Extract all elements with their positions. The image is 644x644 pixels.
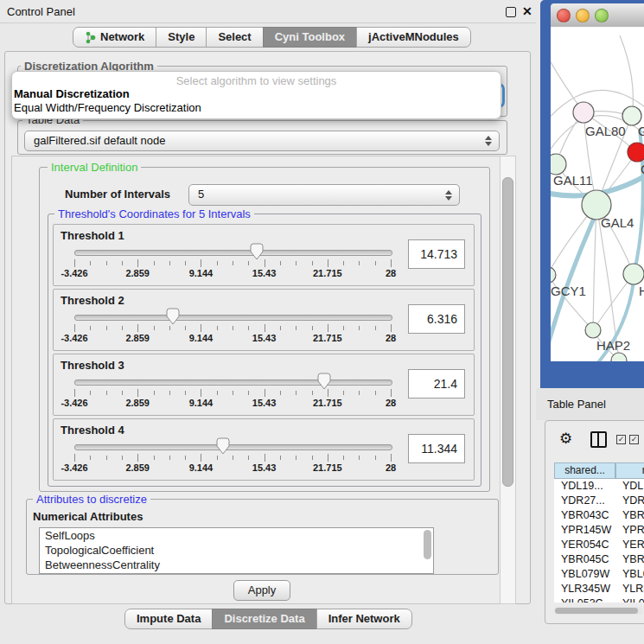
threshold-slider-thumb[interactable]: [215, 437, 231, 455]
network-node[interactable]: [628, 143, 644, 162]
threshold-value-field[interactable]: 11.344: [408, 434, 465, 463]
attribute-list-item[interactable]: SelfLoops: [40, 528, 433, 543]
threshold-slider-track[interactable]: [74, 315, 392, 321]
table-cell: YER054C: [554, 538, 615, 552]
table-row[interactable]: YDR27...YDR2: [554, 494, 644, 508]
tab-select[interactable]: Select: [206, 27, 263, 48]
popup-option-manual-discretization[interactable]: Manual Discretization: [12, 87, 501, 101]
table-row[interactable]: YLR345WYLR3: [554, 582, 644, 596]
threshold-label: Threshold 3: [61, 359, 124, 372]
table-row[interactable]: YBL079WYBL0: [554, 567, 644, 582]
threshold-label: Threshold 2: [61, 294, 124, 307]
threshold-slider-track[interactable]: [74, 250, 392, 256]
network-node[interactable]: [551, 267, 556, 283]
slider-ticks: [74, 389, 391, 397]
tab-impute-data[interactable]: Impute Data: [124, 609, 213, 629]
algorithm-dropdown-popup: Select algorithm to view settings Manual…: [11, 71, 501, 119]
gear-icon[interactable]: ⚙: [559, 430, 572, 448]
network-node-label: C: [641, 162, 644, 176]
tab-label: Impute Data: [137, 609, 201, 628]
slider-tick-labels: -3.4262.8599.14415.4321.71528: [74, 268, 391, 279]
slider-tick-labels: -3.4262.8599.14415.4321.71528: [74, 462, 391, 474]
updown-arrows-icon: [445, 190, 452, 201]
apply-button[interactable]: Apply: [233, 580, 290, 601]
network-node[interactable]: [622, 106, 641, 125]
table-panel-title: Table Panel: [547, 398, 606, 411]
threshold-slider-track[interactable]: [74, 379, 392, 386]
table-data-combobox[interactable]: galFiltered.sif default node: [24, 131, 500, 151]
attribute-list-item[interactable]: BetweennessCentrality: [40, 558, 433, 572]
network-node-label: GAL80: [585, 124, 626, 138]
checkbox-icon[interactable]: ✓: [616, 435, 626, 444]
tab-label: Select: [218, 28, 251, 47]
threshold-slider-thumb[interactable]: [249, 243, 265, 260]
popup-option-equal-width-frequency[interactable]: Equal Width/Frequency Discretization: [12, 101, 501, 115]
number-of-intervals-spinner[interactable]: 5: [188, 184, 460, 206]
network-node-label: GAL11: [553, 173, 593, 188]
threshold-value-field[interactable]: 6.316: [408, 304, 465, 334]
table-row[interactable]: YER054CYER0: [554, 538, 644, 552]
threshold-slider-thumb[interactable]: [165, 308, 181, 325]
threshold-slider-track[interactable]: [74, 444, 392, 450]
network-node[interactable]: [573, 102, 594, 123]
attribute-list-item[interactable]: TopologicalCoefficient: [40, 543, 433, 558]
column-header-name[interactable]: na: [615, 462, 644, 479]
table-cell: YBL079W: [554, 567, 615, 582]
table-row[interactable]: YBR043CYBR0: [554, 508, 644, 523]
table-row[interactable]: YDL19...YDL1: [554, 479, 644, 494]
network-node-label: GCY1: [551, 284, 586, 298]
table-row[interactable]: YPR145WYPR1: [554, 523, 644, 538]
table-body: YDL19...YDL1YDR27...YDR2YBR043CYBR0YPR14…: [554, 479, 644, 603]
float-window-icon[interactable]: [506, 7, 516, 17]
horizontal-scrollbar[interactable]: [554, 607, 643, 615]
checkbox-icon[interactable]: ✓: [629, 435, 639, 444]
tab-infer-network[interactable]: Infer Network: [316, 609, 412, 629]
network-node-label: G: [638, 124, 644, 138]
tab-discretize-data[interactable]: Discretize Data: [212, 609, 316, 629]
numerical-attributes-list[interactable]: SelfLoopsTopologicalCoefficientBetweenne…: [39, 527, 434, 574]
threshold-value-field[interactable]: 14.713: [408, 239, 465, 269]
network-node[interactable]: [585, 322, 601, 338]
tab-cyni-toolbox[interactable]: Cyni Toolbox: [263, 27, 357, 48]
tab-jactivemnodules[interactable]: jActiveMNodules: [356, 27, 471, 48]
mac-zoom-button[interactable]: [595, 9, 609, 22]
network-edge[interactable]: [620, 35, 633, 116]
table-panel-window: ⚙ ✓ ✓ shared... na YDL19...YDL1YDR27...Y…: [545, 420, 644, 624]
threshold-slider-thumb[interactable]: [316, 373, 332, 390]
network-canvas[interactable]: GAL80GCGAL11GAL4GCY1HHAP2: [551, 27, 644, 361]
network-node[interactable]: [551, 154, 566, 175]
network-icon: [85, 31, 96, 44]
mac-close-button[interactable]: [557, 9, 571, 22]
threshold-value-field[interactable]: 21.4: [408, 369, 465, 399]
network-node[interactable]: [611, 353, 627, 361]
table-header-row: shared... na: [554, 462, 644, 479]
close-icon[interactable]: ✕: [522, 4, 532, 18]
network-window-titlebar[interactable]: [551, 3, 644, 28]
mac-minimize-button[interactable]: [576, 9, 590, 22]
slider-tick-labels: -3.4262.8599.14415.4321.71528: [74, 398, 391, 409]
vertical-scrollbar[interactable]: [500, 156, 516, 604]
thresholds-coordinates-title: Threshold's Coordinates for 5 Intervals: [54, 208, 254, 220]
column-header-shared-name[interactable]: shared...: [554, 462, 615, 479]
number-of-intervals-value: 5: [198, 185, 204, 204]
network-node[interactable]: [623, 264, 644, 284]
table-cell: YLR345W: [554, 582, 615, 596]
updown-arrows-icon: [485, 136, 492, 146]
scrollbar-thumb[interactable]: [555, 608, 638, 614]
table-cell: YDR27...: [554, 494, 615, 508]
tab-network[interactable]: Network: [73, 27, 156, 48]
table-cell: YBR043C: [554, 508, 615, 523]
table-row[interactable]: YIL053CYIL0: [554, 596, 644, 603]
panel-title: Control Panel: [7, 5, 75, 18]
table-cell: YLR3: [615, 582, 644, 596]
split-columns-icon[interactable]: [590, 431, 607, 448]
tab-label: jActiveMNodules: [368, 28, 459, 47]
table-row[interactable]: YBR045CYBR0: [554, 552, 644, 567]
node-attribute-table[interactable]: shared... na YDL19...YDL1YDR27...YDR2YBR…: [554, 462, 644, 603]
scrollbar-thumb[interactable]: [502, 177, 513, 487]
tab-label: Discretize Data: [224, 609, 304, 628]
tab-style[interactable]: Style: [156, 27, 207, 48]
list-scrollbar-thumb[interactable]: [424, 530, 431, 559]
tab-label: Network: [100, 28, 144, 47]
popup-hint: Select algorithm to view settings: [12, 74, 501, 87]
